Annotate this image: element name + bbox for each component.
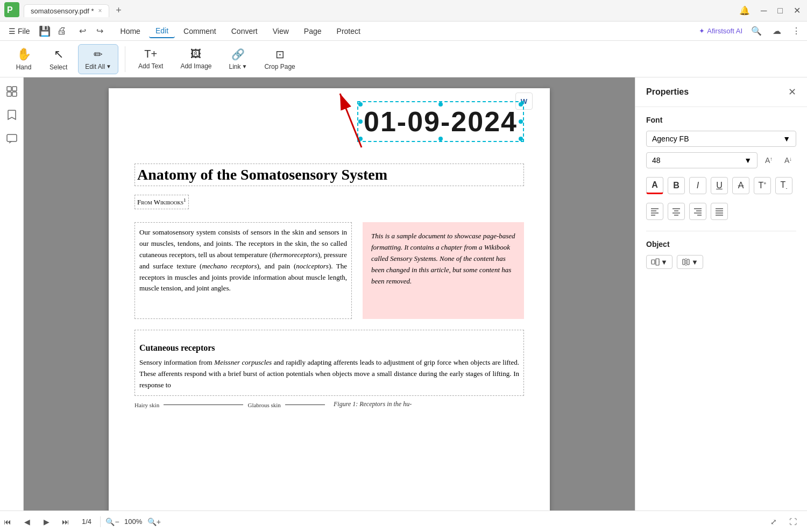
bottom-divider: [100, 516, 101, 527]
redo-button[interactable]: ↪: [93, 24, 108, 39]
edit-all-label-group: Edit All ▼: [85, 63, 111, 70]
add-text-icon: T+: [144, 48, 157, 60]
resize-handle-tl[interactable]: [358, 102, 363, 107]
font-size-increase-button[interactable]: A ↑: [762, 153, 777, 168]
add-image-icon: 🖼: [190, 48, 201, 60]
resize-handle-tc[interactable]: [438, 102, 443, 107]
date-stamp-wrapper[interactable]: W 01-09-2024: [357, 101, 524, 142]
fullscreen-button[interactable]: ⛶: [785, 514, 801, 529]
crop-page-button[interactable]: ⊡ Crop Page: [258, 45, 301, 74]
menu-item-home[interactable]: Home: [114, 25, 147, 38]
align-object-button[interactable]: ▼: [646, 255, 672, 269]
search-icon[interactable]: 🔍: [749, 24, 764, 38]
next-page-button[interactable]: ▶: [39, 514, 54, 529]
date-selection-box[interactable]: 01-09-2024: [357, 101, 524, 142]
menu-item-page[interactable]: Page: [298, 25, 328, 38]
link-button[interactable]: 🔗 Link ▼: [222, 45, 253, 74]
align-center-button[interactable]: [668, 203, 685, 220]
bottom-figure-area: Hairy skin Glabrous skin Figure 1: Recep…: [134, 400, 524, 408]
file-label: File: [18, 27, 30, 36]
last-page-button[interactable]: ⏭: [58, 514, 73, 529]
upload-icon[interactable]: ☁: [770, 24, 783, 38]
menu-item-convert[interactable]: Convert: [225, 25, 264, 38]
align-dropdown-icon: ▼: [661, 258, 668, 266]
underline-button[interactable]: U: [711, 177, 728, 194]
distribute-object-button[interactable]: ▼: [677, 255, 703, 269]
pdf-page: W 01-09-2024: [109, 88, 550, 510]
svg-rect-29: [652, 260, 655, 264]
font-size-decrease-button[interactable]: A ↓: [781, 153, 796, 168]
page-info: 1/4: [77, 517, 96, 526]
resize-handle-bl[interactable]: [358, 137, 363, 141]
text-style-row: A B I U A T+: [646, 177, 796, 194]
resize-handle-br[interactable]: [519, 137, 523, 141]
toolbar-divider-1: [125, 46, 125, 72]
print-icon[interactable]: 🖨: [55, 23, 69, 39]
font-color-button[interactable]: A: [646, 177, 663, 194]
resize-handle-ml[interactable]: [358, 119, 363, 124]
superscript-button[interactable]: T+: [754, 177, 771, 194]
document-title[interactable]: Anatomy of the Somatosensory System: [134, 164, 524, 186]
properties-panel: Properties ✕ Font Agency FB ▼ 48 ▼ A ↑: [635, 77, 807, 510]
alignment-row: [646, 203, 796, 220]
panel-close-button[interactable]: ✕: [788, 86, 796, 98]
svg-rect-5: [12, 92, 17, 96]
undo-redo-group: ↩ ↪: [75, 24, 108, 39]
document-tab[interactable]: somatosensory.pdf * ×: [24, 4, 109, 17]
align-right-button[interactable]: [689, 203, 706, 220]
sidebar-comment-icon[interactable]: [4, 131, 19, 146]
align-justify-button[interactable]: [711, 203, 728, 220]
select-icon: ↖: [54, 47, 63, 61]
footnote-superscript: 1: [183, 197, 186, 203]
zoom-in-button[interactable]: 🔍+: [146, 514, 161, 529]
menu-item-edit[interactable]: Edit: [149, 24, 175, 38]
maximize-icon[interactable]: □: [775, 4, 785, 18]
add-text-button[interactable]: T+ Add Text: [132, 45, 169, 73]
prev-page-button[interactable]: ◀: [19, 514, 34, 529]
select-tool-button[interactable]: ↖ Select: [43, 44, 74, 74]
select-label: Select: [49, 63, 67, 71]
pdf-area[interactable]: W 01-09-2024: [24, 77, 635, 510]
italic-button[interactable]: I: [689, 177, 706, 194]
bottom-bar: ⏮ ◀ ▶ ⏭ 1/4 🔍− 100% 🔍+ ⤢ ⛶: [0, 510, 807, 532]
font-family-dropdown[interactable]: Agency FB ▼: [646, 131, 796, 147]
undo-button[interactable]: ↩: [75, 24, 90, 39]
resize-handle-tr[interactable]: [519, 102, 523, 107]
hand-tool-button[interactable]: ✋ Hand: [9, 44, 39, 74]
svg-rect-6: [7, 134, 17, 141]
pink-info-box[interactable]: This is a sample document to showcase pa…: [363, 222, 524, 319]
resize-handle-bc[interactable]: [438, 137, 443, 141]
menu-item-view[interactable]: View: [266, 25, 295, 38]
fit-page-button[interactable]: ⤢: [766, 514, 781, 529]
save-icon[interactable]: 💾: [37, 23, 53, 39]
add-image-button[interactable]: 🖼 Add Image: [174, 45, 218, 73]
edit-all-button[interactable]: ✏ Edit All ▼: [78, 44, 118, 74]
close-window-icon[interactable]: ✕: [791, 3, 803, 18]
dropdown-arrow-icon: ▼: [106, 63, 111, 69]
settings-icon[interactable]: ⋮: [790, 24, 803, 38]
resize-handle-mr[interactable]: [519, 119, 523, 124]
cutaneous-title: Cutaneous receptors: [139, 343, 519, 353]
subscript-button[interactable]: T-: [775, 177, 792, 194]
align-left-button[interactable]: [646, 203, 663, 220]
sidebar-bookmark-icon[interactable]: [4, 108, 19, 123]
minimize-icon[interactable]: ─: [759, 4, 769, 18]
notification-icon[interactable]: 🔔: [737, 3, 752, 18]
ai-label: Afirstsoft AI: [707, 27, 742, 35]
strikethrough-button[interactable]: A: [732, 177, 749, 194]
font-size-input[interactable]: 48 ▼: [646, 152, 758, 168]
menu-item-comment[interactable]: Comment: [177, 25, 223, 38]
panel-header: Properties ✕: [635, 77, 807, 107]
svg-rect-30: [656, 259, 659, 265]
zoom-out-button[interactable]: 🔍−: [105, 514, 120, 529]
tab-close-button[interactable]: ×: [98, 7, 102, 15]
cutaneous-section[interactable]: Cutaneous receptors Sensory information …: [134, 330, 524, 395]
bold-button[interactable]: B: [668, 177, 685, 194]
add-tab-button[interactable]: +: [112, 4, 125, 17]
first-page-button[interactable]: ⏮: [0, 514, 15, 529]
ai-button[interactable]: ✦ Afirstsoft AI: [699, 27, 742, 35]
menu-item-protect[interactable]: Protect: [330, 25, 367, 38]
main-text-block[interactable]: Our somatosensory system consists of sen…: [134, 222, 352, 319]
sidebar-thumbnail-icon[interactable]: [4, 84, 19, 99]
menu-hamburger[interactable]: ☰ File: [4, 25, 34, 38]
